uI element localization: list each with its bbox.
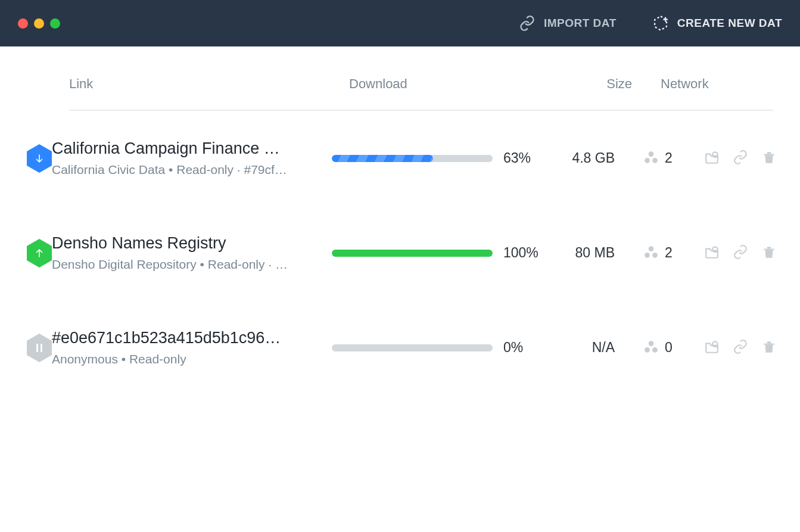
peers-count: 2 — [665, 245, 673, 261]
dat-title: California Campaign Finance … — [52, 139, 314, 158]
table-row[interactable]: Densho Names Registry Densho Digital Rep… — [0, 206, 800, 300]
status-hexagon[interactable] — [27, 144, 52, 173]
peers-count: 2 — [665, 150, 673, 166]
import-dat-button[interactable]: IMPORT DAT — [519, 9, 617, 38]
dat-subtitle: Densho Digital Repository • Read-only · … — [52, 257, 314, 272]
copy-link-button[interactable] — [733, 339, 748, 357]
download-cell: 63% — [332, 150, 546, 166]
delete-button[interactable] — [761, 244, 777, 262]
download-cell: 0% — [332, 340, 546, 356]
download-cell: 100% — [332, 245, 546, 261]
dat-subtitle: Anonymous • Read-only — [52, 352, 314, 366]
progress-fill — [332, 250, 493, 257]
column-header-size: Size — [564, 76, 632, 92]
fullscreen-window-button[interactable] — [50, 18, 60, 29]
svg-point-9 — [645, 347, 650, 353]
size-cell: 4.8 GB — [546, 150, 615, 166]
table-row[interactable]: California Campaign Finance … California… — [0, 111, 800, 206]
svg-point-1 — [645, 158, 650, 163]
copy-link-button[interactable] — [733, 244, 748, 262]
svg-point-5 — [645, 253, 650, 258]
peers-icon — [643, 339, 659, 357]
create-new-dat-label: CREATE NEW DAT — [677, 17, 782, 30]
status-hexagon[interactable] — [27, 334, 52, 362]
open-folder-button[interactable] — [704, 244, 720, 262]
create-new-dat-button[interactable]: CREATE NEW DAT — [652, 9, 782, 38]
progress-bar — [332, 250, 493, 257]
column-header-link: Link — [69, 76, 349, 92]
svg-point-0 — [649, 151, 654, 157]
table-row[interactable]: #e0e671c1b523a415d5b1c96… Anonymous • Re… — [0, 300, 800, 395]
network-cell: 2 — [615, 244, 704, 262]
arrow-down-icon — [34, 153, 45, 164]
column-header-download: Download — [349, 76, 564, 92]
copy-link-button[interactable] — [733, 150, 748, 167]
svg-point-8 — [649, 341, 654, 346]
minimize-window-button[interactable] — [34, 18, 44, 29]
network-cell: 0 — [615, 339, 704, 357]
window-controls — [18, 18, 60, 29]
progress-fill — [332, 155, 433, 162]
dat-title: Densho Names Registry — [52, 234, 314, 253]
peers-icon — [643, 150, 659, 167]
progress-bar — [332, 344, 493, 351]
network-cell: 2 — [615, 150, 704, 167]
close-window-button[interactable] — [18, 18, 28, 29]
delete-button[interactable] — [761, 150, 777, 167]
size-cell: 80 MB — [546, 245, 615, 261]
dat-subtitle: California Civic Data • Read-only · #79c… — [52, 163, 314, 177]
table-header: Link Download Size Network — [69, 46, 773, 111]
peers-icon — [643, 244, 659, 262]
progress-percent: 0% — [503, 340, 539, 356]
progress-percent: 63% — [503, 150, 539, 166]
progress-percent: 100% — [503, 245, 539, 261]
svg-point-6 — [652, 253, 658, 258]
svg-point-10 — [652, 347, 658, 353]
column-header-network: Network — [632, 76, 721, 92]
row-actions — [704, 150, 777, 167]
link-icon — [519, 15, 536, 32]
hexagon-plus-icon — [652, 15, 669, 32]
svg-point-4 — [649, 246, 654, 251]
size-cell: N/A — [546, 340, 615, 356]
delete-button[interactable] — [761, 339, 777, 357]
progress-bar — [332, 155, 493, 162]
row-actions — [704, 244, 777, 262]
arrow-up-icon — [34, 248, 45, 259]
svg-point-2 — [652, 158, 658, 163]
dat-title: #e0e671c1b523a415d5b1c96… — [52, 329, 314, 347]
import-dat-label: IMPORT DAT — [544, 17, 617, 30]
peers-count: 0 — [665, 340, 673, 356]
row-actions — [704, 339, 777, 357]
link-cell: Densho Names Registry Densho Digital Rep… — [52, 234, 332, 272]
pause-icon — [33, 342, 45, 354]
link-cell: California Campaign Finance … California… — [52, 139, 332, 177]
open-folder-button[interactable] — [704, 150, 720, 167]
status-hexagon[interactable] — [27, 239, 52, 267]
titlebar: IMPORT DAT CREATE NEW DAT — [0, 0, 800, 46]
open-folder-button[interactable] — [704, 339, 720, 357]
link-cell: #e0e671c1b523a415d5b1c96… Anonymous • Re… — [52, 329, 332, 366]
